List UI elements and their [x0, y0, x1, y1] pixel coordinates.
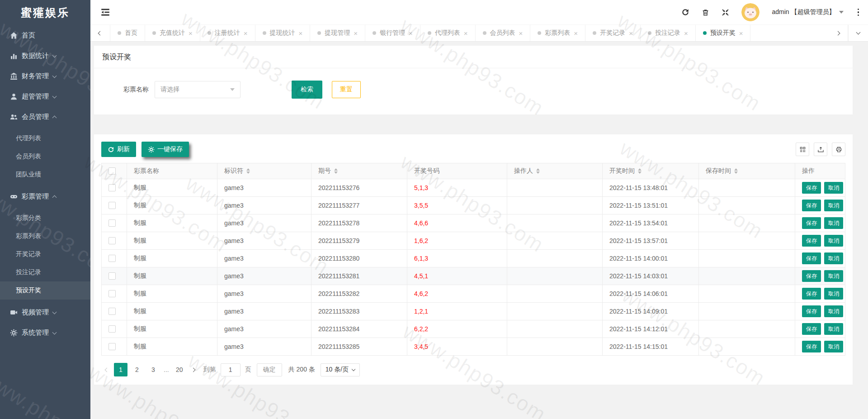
tab-bank-manage[interactable]: 银行管理 × [365, 25, 420, 41]
cancel-button[interactable]: 取消 [824, 305, 843, 317]
tab-lottery-list[interactable]: 彩票列表 × [530, 25, 585, 41]
row-checkbox[interactable] [108, 325, 116, 333]
close-icon[interactable]: × [629, 30, 633, 37]
tabs-menu-icon[interactable] [848, 25, 868, 41]
page-number[interactable]: 2 [130, 363, 144, 376]
cancel-button[interactable]: 取消 [824, 288, 843, 300]
page-input[interactable] [221, 363, 241, 376]
row-checkbox[interactable] [108, 184, 116, 191]
close-icon[interactable]: × [409, 30, 413, 37]
row-checkbox[interactable] [108, 237, 116, 244]
row-checkbox[interactable] [108, 219, 116, 227]
tab-preset-draw[interactable]: 预设开奖 × [696, 25, 751, 41]
save-all-button[interactable]: 一键保存 [142, 142, 189, 157]
row-checkbox[interactable] [108, 290, 116, 297]
trash-icon[interactable] [702, 9, 709, 16]
close-icon[interactable]: × [739, 30, 743, 37]
save-button[interactable]: 保存 [802, 288, 821, 300]
close-icon[interactable]: × [244, 30, 248, 37]
save-button[interactable]: 保存 [802, 217, 821, 229]
cancel-button[interactable]: 取消 [824, 252, 843, 264]
sidebar-item-lottery[interactable]: 彩票管理 [0, 186, 90, 207]
cancel-button[interactable]: 取消 [824, 182, 843, 194]
tabs-scroll-left-icon[interactable] [90, 25, 110, 41]
page-size-select[interactable]: 10 条/页 [321, 363, 360, 376]
save-button[interactable]: 保存 [802, 341, 821, 352]
close-icon[interactable]: × [189, 30, 193, 37]
export-icon[interactable] [814, 143, 827, 156]
tab-home[interactable]: 首页 [110, 25, 145, 41]
cancel-button[interactable]: 取消 [824, 341, 843, 352]
more-options-icon[interactable] [856, 7, 861, 18]
sidebar-item-preset-draw[interactable]: 预设开奖 [0, 281, 90, 300]
save-button[interactable]: 保存 [802, 235, 821, 247]
tab-withdraw-manage[interactable]: 提现管理 × [310, 25, 365, 41]
row-checkbox[interactable] [108, 308, 116, 315]
refresh-button[interactable]: 刷新 [101, 142, 136, 157]
cancel-button[interactable]: 取消 [824, 235, 843, 247]
page-number[interactable]: 20 [173, 363, 186, 376]
col-operator[interactable]: 操作人 [507, 163, 603, 179]
fullscreen-icon[interactable] [722, 9, 729, 16]
row-checkbox[interactable] [108, 202, 116, 209]
sidebar-item-member-list[interactable]: 会员列表 [0, 148, 90, 166]
tab-recharge-stats[interactable]: 充值统计 × [145, 25, 200, 41]
lottery-name-select[interactable]: 请选择 [155, 81, 241, 98]
sidebar-item-video[interactable]: 视频管理 [0, 302, 90, 323]
sort-icon[interactable] [334, 168, 338, 174]
close-icon[interactable]: × [684, 30, 688, 37]
tab-draw-records[interactable]: 开奖记录 × [585, 25, 641, 41]
search-button[interactable]: 检索 [292, 81, 322, 99]
save-button[interactable]: 保存 [802, 270, 821, 282]
sidebar-item-super-admin[interactable]: 超管管理 [0, 86, 90, 107]
select-all-checkbox[interactable] [108, 167, 116, 175]
close-icon[interactable]: × [354, 30, 358, 37]
sidebar-item-home[interactable]: 首页 [0, 25, 90, 46]
columns-icon[interactable] [796, 143, 809, 156]
sidebar-item-lottery-list[interactable]: 彩票列表 [0, 227, 90, 245]
cancel-button[interactable]: 取消 [824, 217, 843, 229]
next-page-icon[interactable] [188, 368, 199, 371]
cancel-button[interactable]: 取消 [824, 200, 843, 211]
sort-icon[interactable] [638, 168, 642, 174]
cancel-button[interactable]: 取消 [824, 270, 843, 282]
user-menu[interactable]: admin 【超级管理员】 [772, 8, 843, 16]
col-draw-time[interactable]: 开奖时间 [603, 163, 699, 179]
save-button[interactable]: 保存 [802, 182, 821, 194]
tab-agent-list[interactable]: 代理列表 × [420, 25, 476, 41]
tabs-scroll-right-icon[interactable] [828, 25, 848, 41]
save-button[interactable]: 保存 [802, 252, 821, 264]
tab-withdraw-stats[interactable]: 提现统计 × [255, 25, 311, 41]
refresh-icon[interactable] [681, 8, 689, 16]
sort-icon[interactable] [734, 168, 738, 174]
tab-member-list[interactable]: 会员列表 × [476, 25, 531, 41]
sort-icon[interactable] [536, 168, 540, 174]
sidebar-item-system[interactable]: 系统管理 [0, 323, 90, 343]
sidebar-item-team-performance[interactable]: 团队业绩 [0, 166, 90, 184]
cancel-button[interactable]: 取消 [824, 323, 843, 335]
close-icon[interactable]: × [299, 30, 303, 37]
row-checkbox[interactable] [108, 255, 116, 262]
close-icon[interactable]: × [519, 30, 523, 37]
collapse-sidebar-icon[interactable] [98, 5, 113, 20]
col-issue[interactable]: 期号 [311, 163, 407, 179]
confirm-page-button[interactable]: 确定 [257, 363, 282, 376]
close-icon[interactable]: × [464, 30, 468, 37]
row-checkbox[interactable] [108, 343, 116, 350]
sidebar-item-data-stats[interactable]: 数据统计 [0, 46, 90, 66]
col-save-time[interactable]: 保存时间 [699, 163, 795, 179]
tab-register-stats[interactable]: 注册统计 × [200, 25, 255, 41]
sort-icon[interactable] [246, 168, 250, 174]
reset-button[interactable]: 重置 [332, 81, 361, 98]
col-code[interactable]: 标识符 [217, 163, 311, 179]
row-checkbox[interactable] [108, 272, 116, 280]
sidebar-item-agent-list[interactable]: 代理列表 [0, 129, 90, 148]
sidebar-item-draw-records[interactable]: 开奖记录 [0, 245, 90, 263]
save-button[interactable]: 保存 [802, 323, 821, 335]
save-button[interactable]: 保存 [802, 200, 821, 211]
prev-page-icon[interactable] [101, 368, 113, 371]
sidebar-item-finance[interactable]: 财务管理 [0, 66, 90, 86]
save-button[interactable]: 保存 [802, 305, 821, 317]
tab-bet-records[interactable]: 投注记录 × [641, 25, 696, 41]
page-number[interactable]: 3 [146, 363, 160, 376]
